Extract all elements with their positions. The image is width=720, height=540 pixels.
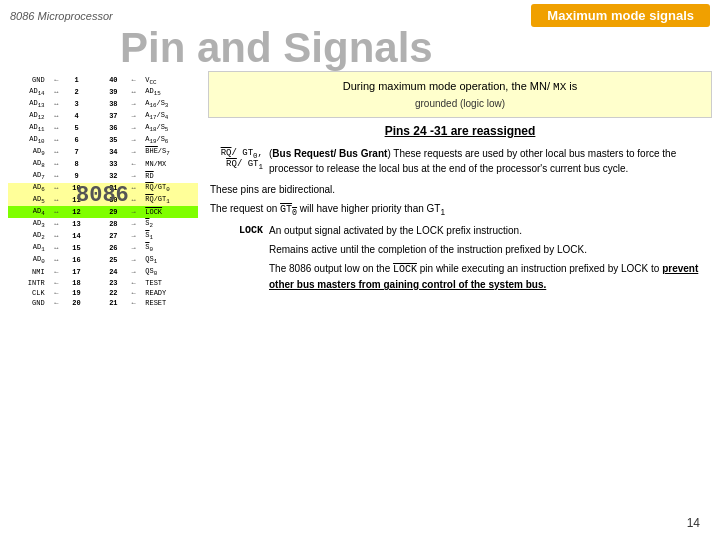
main-content: 8086 GND←1 40←VCC AD14↔2 39↔AD15 AD13↔3 … bbox=[0, 71, 720, 308]
pin-row-lock: AD4↔12 29→LOCK bbox=[8, 206, 198, 218]
lock-text-1: An output signal activated by the LOCK p… bbox=[269, 223, 712, 238]
lock-text-3: The 8086 output low on the LOCK pin whil… bbox=[269, 261, 712, 292]
right-content: During maximum mode operation, the MN/ M… bbox=[198, 71, 712, 308]
info-line1: During maximum mode operation, the MN/ M… bbox=[219, 78, 701, 96]
pin-row: AD12↔4 37→A17/S4 bbox=[8, 111, 198, 123]
pin-row: AD0↔16 25→QS1 bbox=[8, 254, 198, 266]
chip-label: 8086 bbox=[76, 183, 129, 208]
pin-row: AD8↔8 33←MN/MX bbox=[8, 159, 198, 171]
page-title: Pin and Signals bbox=[0, 27, 720, 69]
rqgt-section: RQ/ GT0, RQ/ GT1 (Bus Request/ Bus Grant… bbox=[208, 146, 712, 176]
pin-diagram: 8086 GND←1 40←VCC AD14↔2 39↔AD15 AD13↔3 … bbox=[8, 75, 198, 308]
pin-row: AD10↔6 35→A19/S6 bbox=[8, 135, 198, 147]
pin-row: GND←20 21←RESET bbox=[8, 298, 198, 308]
pin-row: AD9↔7 34→BHE/S7 bbox=[8, 147, 198, 159]
bidir-text: These pins are bidirectional. bbox=[208, 182, 712, 197]
pin-row: AD3↔13 28→S2 bbox=[8, 218, 198, 230]
pin-row: AD14↔2 39↔AD15 bbox=[8, 87, 198, 99]
pin-row: INTR←18 23←TEST bbox=[8, 278, 198, 288]
pin-row: AD2↔14 27→S1 bbox=[8, 230, 198, 242]
mode-badge: Maximum mode signals bbox=[531, 4, 710, 27]
pin-row: NMI←17 24→QS0 bbox=[8, 266, 198, 278]
pin-row: AD13↔3 38→A16/S3 bbox=[8, 99, 198, 111]
reassigned-notice: Pins 24 -31 are reassigned bbox=[208, 124, 712, 138]
info-line2: grounded (logic low) bbox=[219, 96, 701, 111]
lock-section: LOCK An output signal activated by the L… bbox=[208, 223, 712, 296]
pin-row: AD11↔5 36→A18/S5 bbox=[8, 123, 198, 135]
lock-label: LOCK bbox=[208, 223, 263, 296]
pin-row: CLK←19 22←READY bbox=[8, 288, 198, 298]
page-number: 14 bbox=[687, 516, 700, 530]
rqgt-label: RQ/ GT0, RQ/ GT1 bbox=[208, 146, 263, 176]
info-box: During maximum mode operation, the MN/ M… bbox=[208, 71, 712, 118]
lock-text: An output signal activated by the LOCK p… bbox=[269, 223, 712, 296]
pin-row: AD1↔15 26→S0 bbox=[8, 242, 198, 254]
priority-text: The request on GT0 will have higher prio… bbox=[208, 201, 712, 219]
pin-row: AD7↔9 32→RD bbox=[8, 171, 198, 183]
lock-text-2: Remains active until the completion of t… bbox=[269, 242, 712, 257]
header-title: 8086 Microprocessor bbox=[10, 10, 113, 22]
pin-row: GND←1 40←VCC bbox=[8, 75, 198, 87]
rqgt-text: (Bus Request/ Bus Grant) These requests … bbox=[269, 146, 712, 176]
